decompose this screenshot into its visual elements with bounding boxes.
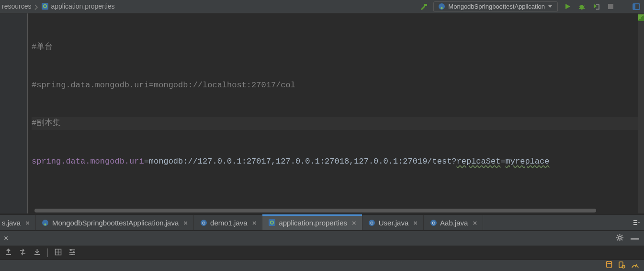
spring-boot-icon xyxy=(438,3,445,11)
properties-file-icon xyxy=(268,219,276,226)
database-icon[interactable] xyxy=(606,261,612,270)
code-line: #spring.data.mongodb.uri=mongodb://local… xyxy=(32,79,295,92)
svg-point-49 xyxy=(622,265,625,268)
svg-point-5 xyxy=(580,5,584,10)
breadcrumb-file[interactable]: application.properties xyxy=(39,2,116,10)
sliders-icon[interactable] xyxy=(68,248,76,257)
breadcrumb-sep-icon xyxy=(34,2,38,10)
build-hammer-icon[interactable] xyxy=(419,2,429,11)
tab-label: demo1.java xyxy=(210,219,248,227)
breadcrumb-label: resources xyxy=(2,2,31,10)
tab-user[interactable]: C User.java × xyxy=(362,215,424,230)
code-editor[interactable]: #单台 #spring.data.mongodb.uri=mongodb://l… xyxy=(28,13,644,213)
tab-label: Aab.java xyxy=(440,219,468,227)
code-line: #单台 xyxy=(32,41,53,53)
code-line: #副本集 xyxy=(32,117,61,130)
hide-tool-window-icon[interactable] xyxy=(630,235,640,242)
tab-mongodb-app[interactable]: MongodbSpringboottestApplication.java × xyxy=(36,215,194,230)
tab-demo1[interactable]: C demo1.java × xyxy=(194,215,262,230)
breadcrumb-folder-resources[interactable]: resources xyxy=(0,2,33,10)
grid-icon[interactable] xyxy=(55,248,62,257)
svg-rect-10 xyxy=(608,4,613,9)
svg-point-26 xyxy=(619,236,621,239)
stop-icon[interactable] xyxy=(606,3,615,10)
close-icon[interactable]: × xyxy=(413,219,418,227)
analysis-ok-marker-icon xyxy=(638,14,644,21)
svg-point-14 xyxy=(45,223,46,225)
close-icon[interactable]: × xyxy=(183,219,188,227)
svg-line-33 xyxy=(617,239,618,240)
close-icon[interactable]: × xyxy=(25,219,30,227)
editor-gutter[interactable] xyxy=(0,13,28,213)
inspection-icon[interactable] xyxy=(618,261,625,270)
separator xyxy=(47,248,48,257)
debug-bug-icon[interactable] xyxy=(577,3,587,11)
svg-text:C: C xyxy=(432,221,435,225)
prop-val-typo: replcaSet xyxy=(457,155,501,168)
tab-aab[interactable]: C Aab.java × xyxy=(424,215,483,230)
java-class-icon: C xyxy=(200,219,207,226)
tab-label: User.java xyxy=(379,219,409,227)
gear-icon[interactable] xyxy=(616,234,624,243)
svg-text:C: C xyxy=(202,221,205,225)
svg-line-9 xyxy=(583,8,585,9)
svg-text:C: C xyxy=(371,221,374,225)
breadcrumb: resources application.properties xyxy=(3,2,117,10)
properties-file-icon xyxy=(41,2,49,10)
layout-settings-icon[interactable] xyxy=(632,3,641,11)
svg-rect-35 xyxy=(631,238,639,240)
svg-line-8 xyxy=(579,8,580,9)
spring-boot-icon xyxy=(42,219,49,226)
svg-line-7 xyxy=(583,6,585,7)
run-config-label: MongodbSpringboottestApplication xyxy=(448,3,545,10)
tool-window-body xyxy=(0,246,644,259)
svg-rect-17 xyxy=(269,219,275,226)
breadcrumb-file-label: application.properties xyxy=(51,2,114,10)
tabs-overflow-icon[interactable] xyxy=(629,215,644,230)
close-icon[interactable]: × xyxy=(4,234,8,243)
code-line: spring.data.mongodb.uri=mongodb://127.0.… xyxy=(32,155,640,168)
horizontal-scrollbar[interactable] xyxy=(28,208,638,213)
java-class-icon: C xyxy=(368,219,376,226)
memory-indicator-icon[interactable] xyxy=(631,261,639,270)
java-class-icon: C xyxy=(429,219,437,226)
run-with-coverage-icon[interactable] xyxy=(591,3,601,11)
import-down-icon[interactable] xyxy=(34,248,41,257)
prop-val: mongodb://127.0.0.1:27017,127.0.0.1:2701… xyxy=(149,155,457,168)
close-icon[interactable]: × xyxy=(473,219,477,227)
swap-icon[interactable] xyxy=(19,248,27,257)
close-icon[interactable]: × xyxy=(352,219,356,227)
prop-val-typo: myreplace xyxy=(506,155,550,168)
dropdown-triangle-icon xyxy=(548,3,553,10)
tab-application-properties[interactable]: application.properties × xyxy=(262,215,362,230)
tab-label: application.properties xyxy=(279,219,347,227)
scrollbar-thumb[interactable] xyxy=(34,209,596,212)
svg-point-42 xyxy=(70,249,72,251)
toolbar-right: MongodbSpringboottestApplication xyxy=(419,1,641,12)
run-config-selector[interactable]: MongodbSpringboottestApplication xyxy=(433,1,558,12)
tab-partial-java[interactable]: s.java × xyxy=(0,215,36,230)
eq-sign: = xyxy=(144,155,149,168)
run-play-icon[interactable] xyxy=(563,3,572,10)
editor-area: #单台 #spring.data.mongodb.uri=mongodb://l… xyxy=(0,13,644,213)
svg-rect-37 xyxy=(34,254,40,255)
svg-rect-2 xyxy=(424,4,427,6)
export-up-icon[interactable] xyxy=(5,248,12,257)
tab-label: MongodbSpringboottestApplication.java xyxy=(52,219,179,227)
svg-line-31 xyxy=(617,235,618,236)
svg-line-34 xyxy=(621,235,622,236)
svg-point-4 xyxy=(441,7,442,9)
svg-point-46 xyxy=(71,254,73,255)
prop-key: spring.data.mongodb.uri xyxy=(32,155,144,168)
status-bar xyxy=(0,259,644,271)
svg-point-47 xyxy=(607,261,612,264)
close-icon[interactable]: × xyxy=(252,219,257,227)
tool-window-header: × xyxy=(0,231,644,246)
editor-analysis-stripe[interactable] xyxy=(638,13,644,213)
eq-sign: = xyxy=(500,155,505,168)
svg-rect-0 xyxy=(42,3,48,10)
top-toolbar: resources application.properties Mongodb… xyxy=(0,0,644,13)
editor-tabs: s.java × MongodbSpringboottestApplicatio… xyxy=(0,214,644,231)
tab-label: s.java xyxy=(2,219,21,227)
svg-line-32 xyxy=(621,239,622,240)
